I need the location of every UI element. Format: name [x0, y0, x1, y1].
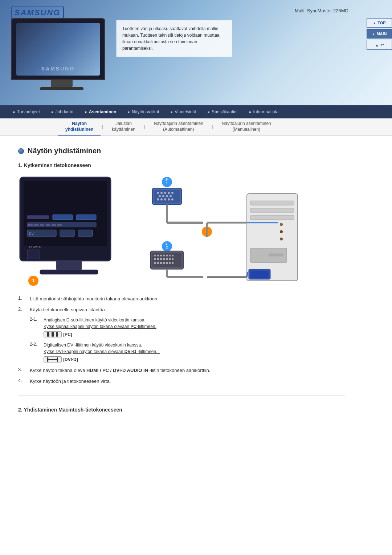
instruction-text-3: Kytke näytön takana oleva HDMI / PC / DV… — [30, 367, 210, 374]
instruction-1: 1. Liitä monitorisi sähköjohto monitorin… — [18, 295, 345, 303]
svg-rect-57 — [160, 258, 162, 260]
svg-rect-87 — [250, 271, 269, 278]
instruction-num-4: 4. — [18, 378, 25, 383]
section-heading: Näytön yhdistäminen — [18, 147, 345, 155]
svg-rect-64 — [160, 262, 162, 264]
nav-item-vianetsinta[interactable]: Vianetsintä — [165, 105, 202, 118]
nav-label-informaatiota: Informaatiota — [253, 109, 279, 114]
sub-text-2-1-line1: Analogisen D-sub-liittimen käyttö videok… — [44, 317, 156, 323]
monitor-back-svg: DVI POWER 1 — [18, 175, 120, 288]
svg-point-85 — [280, 238, 283, 240]
svg-rect-10 — [52, 224, 56, 226]
svg-rect-78 — [250, 208, 294, 212]
svg-rect-67 — [169, 262, 171, 264]
svg-point-40 — [171, 198, 173, 200]
breadcrumb-nayton-yhdistaminen[interactable]: Näytönyhdistäminen — [58, 118, 101, 136]
nav-item-johdanto[interactable]: Johdanto — [46, 105, 79, 118]
svg-point-38 — [164, 198, 166, 200]
svg-rect-7 — [34, 224, 38, 226]
svg-text:2-: 2- — [166, 242, 168, 246]
svg-point-34 — [166, 195, 168, 197]
monitor-brand-label: SAMSUNG — [41, 66, 75, 72]
svg-point-39 — [168, 198, 170, 200]
monitor-base — [40, 87, 83, 90]
nav-label-nayton-valikot: Näytön valikot — [132, 109, 159, 114]
svg-point-27 — [157, 192, 159, 194]
svg-rect-79 — [250, 215, 294, 220]
svg-rect-6 — [28, 224, 33, 226]
breadcrumb-sep-1: | — [101, 125, 105, 129]
svg-rect-52 — [166, 255, 168, 256]
nav-label-johdanto: Johdanto — [56, 109, 73, 114]
svg-rect-19 — [27, 250, 40, 259]
svg-rect-50 — [160, 255, 162, 256]
top-label: TOP — [377, 21, 385, 25]
nav-label-asentaminen: Asentaminen — [89, 109, 116, 114]
breadcrumb-nayttojajurin-automaattinen[interactable]: Näyttöajurin asentaminen(Automaattinen) — [147, 118, 211, 136]
main-button[interactable]: MAIN — [367, 29, 392, 39]
sub-num-2-1: 2-1. — [30, 317, 40, 322]
svg-rect-51 — [163, 255, 165, 256]
sub-text-2-1-line2: Kytke signaalikaapeli näytön takana olev… — [44, 323, 156, 330]
svg-text:2: 2 — [166, 246, 168, 249]
breadcrumb-sep-2: | — [143, 125, 147, 129]
nav-item-informaatiota[interactable]: Informaatiota — [244, 105, 285, 118]
instruction-text-4: Kytke näyttöön ja tietokoneeseen virta. — [30, 378, 111, 385]
svg-point-32 — [159, 195, 161, 197]
svg-point-83 — [280, 230, 283, 233]
model-prefix: Malli — [295, 8, 305, 13]
hero-info-text: Tuotteen väri ja ulkoasu saattavat vaihd… — [122, 26, 220, 51]
breadcrumb-jalustan-kayttaminen[interactable]: Jalustankäyttäminen — [105, 118, 143, 136]
section-divider — [18, 396, 345, 396]
svg-point-28 — [160, 192, 163, 194]
svg-rect-49 — [157, 255, 159, 256]
side-navigation: TOP MAIN ▲ ↩ — [367, 18, 392, 50]
svg-rect-3 — [53, 215, 73, 220]
dvi-connector-icon: ▐▬▬▬▬▌ [DVI-D] — [44, 356, 78, 362]
svg-rect-60 — [169, 258, 171, 260]
back-icon-symbol: ↩ — [380, 42, 384, 47]
svg-rect-89 — [269, 254, 283, 256]
sub-instruction-2-1: 2-1. Analogisen D-sub-liittimen käyttö v… — [30, 317, 345, 339]
svg-text:1: 1 — [166, 181, 168, 185]
breadcrumb-label-4: Näyttöajurin asentaminen(Manuaalinen) — [222, 121, 271, 132]
top-button[interactable]: TOP — [367, 18, 392, 28]
instruction-2: 2. Käytä tietokoneelle sopivaa liitäntää… — [18, 306, 345, 313]
svg-rect-15 — [78, 230, 93, 236]
svg-rect-2 — [27, 215, 49, 219]
dvi-connector-box: ▐▬▬▬▬▌ — [44, 356, 62, 362]
section2-title: 2. Yhdistäminen Macintosh-tietokoneeseen — [18, 407, 345, 413]
instruction-num-1: 1. — [18, 295, 25, 301]
subsection1-title: 1. Kytkeminen tietokoneeseen — [18, 162, 345, 168]
samsung-logo: SAMSUNG — [11, 7, 64, 19]
sub-text-2-2: Digitaalisen DVI-liittimen käyttö videok… — [44, 342, 160, 364]
breadcrumb-label-1: Näytönyhdistäminen — [65, 121, 93, 132]
nav-item-nayton-valikot[interactable]: Näytön valikot — [122, 105, 165, 118]
svg-rect-66 — [166, 262, 168, 264]
nav-label-spesifikaatiot: Spesifikaatiot — [212, 109, 237, 114]
main-content: Näytön yhdistäminen 1. Kytkeminen tietok… — [0, 136, 363, 427]
svg-point-30 — [168, 192, 170, 194]
back-button[interactable]: ▲ ↩ — [367, 40, 392, 50]
svg-rect-11 — [57, 224, 62, 226]
instruction-3: 3. Kytke näytön takana oleva HDMI / PC /… — [18, 367, 345, 374]
main-label: MAIN — [376, 32, 387, 36]
nav-item-turvaohjeet[interactable]: Turvaohjeet — [7, 105, 46, 118]
svg-rect-61 — [172, 258, 173, 260]
nav-item-asentaminen[interactable]: Asentaminen — [79, 105, 122, 118]
svg-point-37 — [160, 198, 163, 200]
back-arrow-icon: ▲ — [375, 43, 379, 47]
breadcrumb-nayttojajurin-manuaalinen[interactable]: Näyttöajurin asentaminen(Manuaalinen) — [215, 118, 278, 136]
monitor-illustration: SAMSUNG — [11, 18, 113, 91]
nav-label-vianetsinta: Vianetsintä — [175, 109, 196, 114]
instruction-text-1: Liitä monitorisi sähköjohto monitorin ta… — [30, 295, 159, 303]
svg-point-81 — [280, 223, 283, 226]
sub-instruction-item-2-1: 2-1. Analogisen D-sub-liittimen käyttö v… — [30, 317, 345, 339]
nav-item-spesifikaatiot[interactable]: Spesifikaatiot — [202, 105, 243, 118]
nav-label-turvaohjeet: Turvaohjeet — [17, 109, 40, 114]
model-info: Malli SyncMaster 225MD — [295, 8, 348, 13]
svg-rect-48 — [154, 255, 156, 256]
hero-info-box: Tuotteen väri ja ulkoasu saattavat vaihd… — [116, 20, 232, 57]
monitor-body: SAMSUNG — [11, 18, 105, 80]
svg-point-35 — [170, 195, 172, 197]
